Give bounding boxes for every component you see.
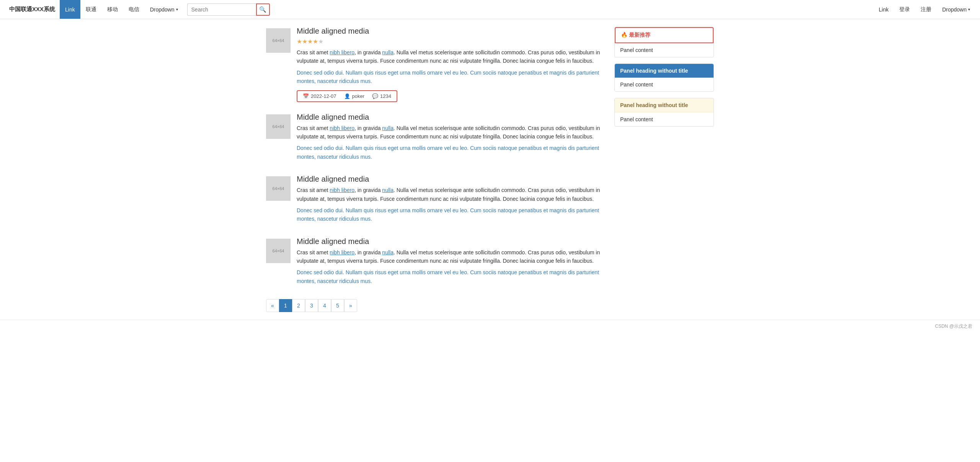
media-text-2: Donec sed odio dui. Nullam quis risus eg… — [297, 268, 607, 285]
media-text-2: Donec sed odio dui. Nullam quis risus eg… — [297, 144, 607, 161]
nav-dropdown-left[interactable]: Dropdown ▾ — [145, 0, 183, 19]
media-body: Middle aligned media Cras sit amet nibh … — [297, 237, 607, 289]
panel-heading-primary: Panel heading without title — [615, 64, 714, 78]
panel-primary-body: Panel content — [615, 78, 714, 91]
nav-register[interactable]: 注册 — [915, 0, 937, 19]
panel-latest-content: Panel content — [620, 47, 653, 53]
footer-text: CSDN @示戊之君 — [935, 324, 972, 329]
panel-heading-warning: Panel heading without title — [615, 98, 714, 112]
search-form: 🔍 — [187, 3, 270, 16]
footer: CSDN @示戊之君 — [0, 320, 980, 333]
user-icon: 👤 — [344, 93, 350, 99]
sidebar: 🔥 最新推荐 Panel content Panel heading witho… — [614, 27, 714, 312]
media-text-1: Cras sit amet nibh libero, in gravida nu… — [297, 124, 607, 141]
pagination-page-5[interactable]: 5 — [331, 299, 344, 312]
nav-links: Link 联通 移动 电信 Dropdown ▾ — [60, 0, 183, 19]
panel-warning-body: Panel content — [615, 112, 714, 126]
panel-warning-title: Panel heading without title — [620, 102, 688, 108]
media-text-1: Cras sit amet nibh libero, in gravida nu… — [297, 248, 607, 265]
main-container: 64×64 Middle aligned media ★★★★★ Cras si… — [260, 19, 720, 320]
panel-primary: Panel heading without title Panel conten… — [614, 63, 714, 92]
thumbnail: 64×64 — [266, 176, 291, 201]
media-item: 64×64 Middle aligned media Cras sit amet… — [266, 237, 607, 289]
star-rating: ★★★★★ — [297, 38, 607, 45]
thumbnail: 64×64 — [266, 114, 291, 139]
media-text-1: Cras sit amet nibh libero, in gravida nu… — [297, 186, 607, 203]
panel-warning: Panel heading without title Panel conten… — [614, 98, 714, 127]
media-body: Middle aligned media ★★★★★ Cras sit amet… — [297, 27, 607, 102]
navbar: 中国联通XXX系统 Link 联通 移动 电信 Dropdown ▾ 🔍 Lin… — [0, 0, 980, 19]
panel-primary-content: Panel content — [620, 81, 653, 88]
nav-login[interactable]: 登录 — [894, 0, 915, 19]
panel-heading-latest: 🔥 最新推荐 — [615, 27, 714, 43]
pagination-page-3[interactable]: 3 — [305, 299, 318, 312]
media-text-1: Cras sit amet nibh libero, in gravida nu… — [297, 48, 607, 65]
nav-link-liantong[interactable]: 联通 — [80, 0, 102, 19]
pagination: « 1 2 3 4 5 » — [266, 299, 607, 312]
comment-icon: 💬 — [372, 93, 378, 99]
nav-link-link[interactable]: Link — [60, 0, 80, 19]
panel-warning-content: Panel content — [620, 116, 653, 122]
media-title: Middle aligned media — [297, 113, 607, 122]
meta-user: 👤 poker — [344, 93, 365, 99]
media-item: 64×64 Middle aligned media Cras sit amet… — [266, 175, 607, 226]
panel-latest: 🔥 最新推荐 Panel content — [614, 27, 714, 57]
meta-date: 📅 2022-12-07 — [303, 93, 336, 99]
search-icon: 🔍 — [259, 6, 266, 13]
pagination-page-2[interactable]: 2 — [292, 299, 305, 312]
fire-icon: 🔥 — [621, 32, 627, 38]
meta-comments: 💬 1234 — [372, 93, 391, 99]
calendar-icon: 📅 — [303, 93, 309, 99]
navbar-brand: 中国联通XXX系统 — [5, 6, 60, 13]
pagination-page-1[interactable]: 1 — [279, 299, 292, 312]
search-button[interactable]: 🔍 — [256, 3, 270, 16]
media-title: Middle aligned media — [297, 237, 607, 246]
media-title: Middle aligned media — [297, 27, 607, 36]
nav-right-dropdown[interactable]: Dropdown ▾ — [937, 0, 975, 19]
panel-latest-title: 最新推荐 — [629, 32, 650, 38]
media-text-2: Donec sed odio dui. Nullam quis risus eg… — [297, 206, 607, 223]
meta-bar: 📅 2022-12-07 👤 poker 💬 1234 — [297, 90, 397, 102]
main-content: 64×64 Middle aligned media ★★★★★ Cras si… — [266, 27, 607, 312]
thumbnail: 64×64 — [266, 28, 291, 53]
search-input[interactable] — [187, 3, 256, 16]
panel-primary-title: Panel heading without title — [620, 68, 688, 74]
caret-right-icon: ▾ — [968, 7, 970, 11]
media-body: Middle aligned media Cras sit amet nibh … — [297, 175, 607, 226]
nav-link-yidong[interactable]: 移动 — [102, 0, 123, 19]
caret-icon: ▾ — [176, 7, 178, 11]
pagination-next[interactable]: » — [344, 299, 357, 312]
media-item: 64×64 Middle aligned media Cras sit amet… — [266, 113, 607, 164]
navbar-right: Link 登录 注册 Dropdown ▾ — [873, 0, 975, 19]
panel-latest-body: Panel content — [615, 43, 714, 57]
media-item: 64×64 Middle aligned media ★★★★★ Cras si… — [266, 27, 607, 102]
media-text-2: Donec sed odio dui. Nullam quis risus eg… — [297, 68, 607, 86]
nav-link-dianxin[interactable]: 电信 — [123, 0, 145, 19]
media-title: Middle aligned media — [297, 175, 607, 184]
thumbnail: 64×64 — [266, 239, 291, 263]
pagination-page-4[interactable]: 4 — [318, 299, 331, 312]
media-body: Middle aligned media Cras sit amet nibh … — [297, 113, 607, 164]
nav-right-link[interactable]: Link — [873, 0, 894, 19]
pagination-prev[interactable]: « — [266, 299, 279, 312]
